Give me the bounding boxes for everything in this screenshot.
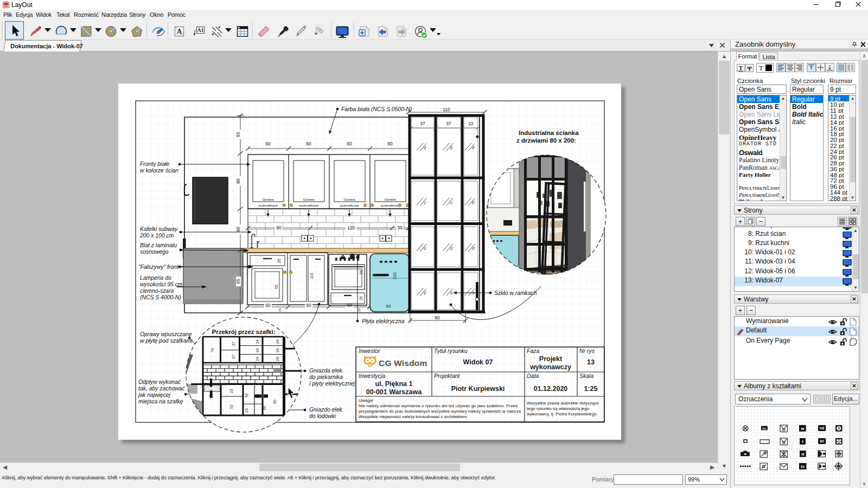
svg-text:tv: tv <box>801 464 805 469</box>
svg-text:wykonawczy: wykonawczy <box>529 363 571 371</box>
svg-text:90: 90 <box>273 400 277 404</box>
svg-text:24: 24 <box>256 339 259 344</box>
svg-text:w: w <box>800 426 805 431</box>
svg-text:ul. Piękna 1: ul. Piękna 1 <box>375 380 413 388</box>
svg-text:hz: hz <box>763 427 767 430</box>
svg-text:Skala: Skala <box>579 373 593 379</box>
svg-text:(NCS S 4000-N): (NCS S 4000-N) <box>140 294 181 300</box>
svg-text:t: t <box>802 439 803 444</box>
svg-text:Faza: Faza <box>527 348 540 354</box>
svg-text:30: 30 <box>397 225 403 230</box>
svg-text:37: 37 <box>420 121 425 126</box>
svg-text:95: 95 <box>235 279 241 284</box>
svg-text:wysokości 95 cm: wysokości 95 cm <box>140 281 183 287</box>
svg-text:Kafelki subway: Kafelki subway <box>140 226 178 232</box>
svg-text:A1: A1 <box>197 27 203 33</box>
svg-text:w kolorze ścian: w kolorze ścian <box>140 168 178 174</box>
svg-text:podszafkowa: podszafkowa <box>258 204 278 207</box>
svg-text:60: 60 <box>306 141 311 146</box>
svg-text:60: 60 <box>235 227 241 232</box>
svg-text:d: d <box>801 452 804 457</box>
svg-text:ʾ: ʾ <box>429 357 430 362</box>
svg-text:do piekarnika: do piekarnika <box>309 374 343 380</box>
svg-text:Blat z laminatu: Blat z laminatu <box>140 242 177 248</box>
svg-text:tego rysunku są własnością jeg: tego rysunku są własnością jego <box>527 406 590 411</box>
svg-text:Przekrój przez szafki:: Przekrój przez szafki: <box>212 329 276 335</box>
svg-text:Projekt: Projekt <box>539 355 563 363</box>
svg-text:10: 10 <box>358 308 361 312</box>
svg-text:Szkło w ramkach: Szkło w ramkach <box>494 290 537 296</box>
svg-text:Oprawa: Oprawa <box>303 198 315 201</box>
svg-text:60: 60 <box>265 303 271 308</box>
svg-text:76: 76 <box>210 348 214 352</box>
svg-text:Uwaga!: Uwaga! <box>359 398 373 403</box>
svg-text:120: 120 <box>347 225 355 230</box>
svg-text:22: 22 <box>468 121 474 126</box>
svg-text:T: T <box>759 64 763 72</box>
svg-text:90: 90 <box>276 225 282 230</box>
svg-text:24: 24 <box>256 357 259 361</box>
svg-text:Wszystkie prawa autorskie doty: Wszystkie prawa autorskie dotyczące <box>527 401 599 406</box>
svg-text:Farba biała (NCS S 0500-N): Farba biała (NCS S 0500-N) <box>341 106 412 112</box>
svg-text:23: 23 <box>229 389 233 393</box>
svg-text:Odpływ wykonać: Odpływ wykonać <box>138 379 181 385</box>
svg-text:55: 55 <box>235 132 241 137</box>
svg-text:do lodówki: do lodówki <box>309 413 336 419</box>
svg-text:Projektant: Projektant <box>434 373 460 379</box>
svg-text:z drzwiami 80 x 200:: z drzwiami 80 x 200: <box>516 137 576 144</box>
svg-text:Fronty białe: Fronty białe <box>140 161 170 167</box>
svg-text:60: 60 <box>306 303 311 308</box>
svg-text:60: 60 <box>386 304 391 309</box>
svg-text:60: 60 <box>263 406 266 410</box>
svg-text:200 x 100 cm: 200 x 100 cm <box>139 233 174 239</box>
svg-text:podszafkowa: podszafkowa <box>340 204 359 207</box>
svg-text:podszafkowa: podszafkowa <box>299 204 318 207</box>
svg-text:Wszystkie niejasności należy k: Wszystkie niejasności należy konsultować… <box>359 414 468 419</box>
svg-text:Piotr Kurpiewski: Piotr Kurpiewski <box>451 385 505 393</box>
svg-text:Inwestycja: Inwestycja <box>359 373 385 379</box>
svg-text:w płytę pod szafkami: w płytę pod szafkami <box>140 338 193 344</box>
svg-text:01.12.2020: 01.12.2020 <box>534 385 568 393</box>
svg-text:przystąpieniem do prac budowla: przystąpieniem do prac budowlanych wszys… <box>359 409 522 414</box>
svg-text:52: 52 <box>229 404 233 409</box>
svg-text:Płyta elektryczna: Płyta elektryczna <box>362 318 405 324</box>
svg-text:24: 24 <box>276 348 279 352</box>
svg-text:ciemno-szara: ciemno-szara <box>140 288 174 294</box>
svg-text:25: 25 <box>277 259 281 263</box>
svg-text:24: 24 <box>276 357 279 361</box>
svg-text:3: 3 <box>838 426 840 431</box>
svg-text:24: 24 <box>256 348 259 352</box>
svg-text:sosnowego: sosnowego <box>140 249 169 255</box>
svg-text:60: 60 <box>265 141 271 146</box>
svg-text:Oprawa: Oprawa <box>262 198 274 201</box>
svg-text:podszafkowa: podszafkowa <box>380 204 400 207</box>
svg-text:"Fałszywy" front: "Fałszywy" front <box>138 264 179 270</box>
svg-text:52: 52 <box>245 393 248 397</box>
svg-text:T: T <box>739 65 743 71</box>
svg-text:Lamperia do: Lamperia do <box>140 275 171 281</box>
svg-text:110: 110 <box>443 107 450 112</box>
svg-text:37: 37 <box>446 121 451 126</box>
svg-text:tel: tel <box>820 439 824 443</box>
svg-text:80: 80 <box>435 315 440 320</box>
svg-text:60: 60 <box>347 141 352 146</box>
svg-text:60: 60 <box>387 141 393 146</box>
svg-text:tak, aby zachować: tak, aby zachować <box>138 386 185 391</box>
svg-text:10: 10 <box>278 308 282 312</box>
svg-text:37: 37 <box>232 355 235 359</box>
svg-text:1:25: 1:25 <box>584 385 597 393</box>
svg-text:Gniazda elek.: Gniazda elek. <box>309 368 344 374</box>
svg-text:Oprawa: Oprawa <box>384 198 396 201</box>
svg-text:miejsca na szafkę: miejsca na szafkę <box>138 399 183 404</box>
svg-text:24: 24 <box>276 339 279 344</box>
svg-text:110: 110 <box>392 272 397 279</box>
svg-text:Gniazdo elek.: Gniazdo elek. <box>309 407 344 413</box>
svg-text:Widok 07: Widok 07 <box>463 358 493 366</box>
svg-text:Oprawy wpuszczane: Oprawy wpuszczane <box>140 331 192 337</box>
svg-text:Oprawa: Oprawa <box>343 198 355 201</box>
svg-text:Industrialna ścianka: Industrialna ścianka <box>519 130 579 136</box>
svg-text:110: 110 <box>310 273 314 279</box>
svg-text:80: 80 <box>235 178 241 184</box>
svg-text:23: 23 <box>245 408 248 413</box>
svg-text:Nie należy odmierzać wymiarów: Nie należy odmierzać wymiarów z rysunku … <box>359 403 518 408</box>
